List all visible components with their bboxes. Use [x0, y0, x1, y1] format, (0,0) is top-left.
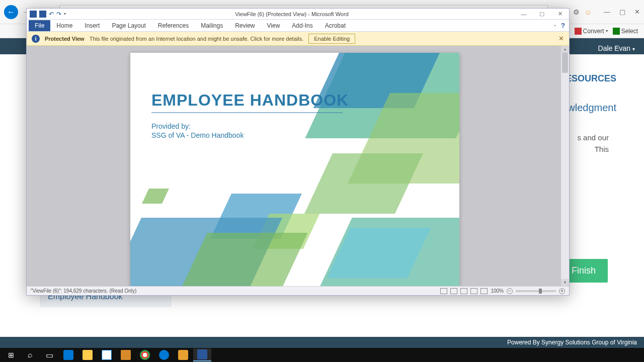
info-icon: i	[32, 35, 40, 43]
word-close[interactable]: ✕	[551, 9, 569, 20]
app-footer: Powered By Synergy Solutions Group of Vi…	[0, 337, 644, 348]
scroll-thumb[interactable]	[562, 53, 568, 73]
window-title: ViewFile (6) (Protected View) - Microsof…	[69, 11, 515, 17]
zoom-level[interactable]: 100%	[491, 288, 504, 294]
zoom-in[interactable]: +	[559, 288, 565, 294]
tab-insert[interactable]: Insert	[78, 20, 106, 31]
tab-view[interactable]: View	[261, 20, 286, 31]
save-icon[interactable]	[39, 11, 46, 18]
start-button[interactable]: ⊞	[2, 348, 20, 361]
view-print-icon[interactable]	[440, 288, 447, 294]
title-underline	[151, 112, 343, 113]
status-text: "ViewFile (6)": 194,629 characters. (Rea…	[31, 288, 440, 294]
convert-icon	[575, 28, 582, 35]
view-web-icon[interactable]	[460, 288, 467, 294]
select-button[interactable]: Select	[613, 28, 638, 35]
tab-home[interactable]: Home	[50, 20, 78, 31]
maximize-button[interactable]: ▢	[619, 8, 625, 16]
select-icon	[613, 28, 620, 35]
status-right: 100% − +	[440, 288, 565, 294]
ribbon-collapse-icon[interactable]: ⌄	[553, 22, 557, 29]
document-page: EMPLOYEE HANDBOOK Provided by: SSG of VA…	[130, 53, 459, 286]
doc-author: SSG of VA - Demo Handbook	[151, 131, 244, 139]
view-draft-icon[interactable]	[480, 288, 488, 294]
ribbon-tabs: File Home Insert Page Layout References …	[27, 20, 569, 32]
search-button[interactable]: ⌕	[21, 348, 39, 361]
qat-dropdown[interactable]: ▾	[64, 12, 66, 16]
scroll-down[interactable]: ▾	[561, 279, 569, 286]
zoom-out[interactable]: −	[507, 288, 513, 294]
word-taskbar-icon[interactable]	[193, 348, 211, 361]
vertical-scrollbar[interactable]: ▴ ▾	[561, 46, 569, 286]
protected-close[interactable]: ✕	[558, 35, 564, 42]
word-icon	[30, 11, 37, 18]
undo-button[interactable]: ↶	[49, 11, 54, 18]
tab-acrobat[interactable]: Acrobat	[319, 20, 352, 31]
doc-provided-label: Provided by:	[151, 122, 191, 130]
convert-button[interactable]: Convert▾	[575, 28, 608, 35]
task-view-button[interactable]: ▭	[40, 348, 58, 361]
body-text: s and our This	[577, 132, 609, 155]
word-status-bar: "ViewFile (6)": 194,629 characters. (Rea…	[27, 286, 569, 295]
gear-icon[interactable]: ⚙	[573, 8, 580, 16]
section-subheading: wledgment	[568, 102, 616, 114]
tab-review[interactable]: Review	[229, 20, 261, 31]
protected-label: Protected View	[45, 36, 85, 42]
doc-title: EMPLOYEE HANDBOOK	[151, 91, 349, 110]
word-window: ↶ ↷ ▾ ViewFile (6) (Protected View) - Mi…	[26, 8, 570, 296]
store-icon[interactable]	[98, 348, 116, 361]
word-minimize[interactable]: —	[515, 9, 533, 20]
decorative-shape	[304, 153, 423, 214]
tab-mailings[interactable]: Mailings	[195, 20, 229, 31]
ribbon-right-icons: ⌄ ?	[553, 22, 565, 29]
scroll-up[interactable]: ▴	[561, 46, 569, 53]
view-fullscreen-icon[interactable]	[450, 288, 457, 294]
minimize-button[interactable]: —	[604, 8, 610, 16]
decorative-shape	[142, 189, 169, 204]
word-maximize[interactable]: ▢	[533, 9, 551, 20]
tab-file[interactable]: File	[29, 20, 50, 31]
tab-addins[interactable]: Add-Ins	[286, 20, 318, 31]
window-controls: — ▢ ✕	[604, 8, 640, 16]
footer-text: Powered By Synergy Solutions Group of Vi…	[507, 339, 637, 346]
windows-taskbar: ⊞ ⌕ ▭	[0, 348, 644, 362]
quick-access-toolbar: ↶ ↷ ▾	[27, 11, 69, 18]
smiley-icon[interactable]: ☺	[585, 8, 592, 16]
close-button[interactable]: ✕	[634, 8, 640, 16]
redo-button[interactable]: ↷	[56, 11, 61, 18]
tab-page-layout[interactable]: Page Layout	[106, 20, 151, 31]
help-icon[interactable]: ?	[561, 22, 565, 29]
edge-icon[interactable]	[59, 348, 77, 361]
app-icon[interactable]	[174, 348, 192, 361]
outlook-icon[interactable]	[117, 348, 135, 361]
word-titlebar: ↶ ↷ ▾ ViewFile (6) (Protected View) - Mi…	[27, 9, 569, 20]
back-button[interactable]: ←	[4, 5, 18, 19]
enable-editing-button[interactable]: Enable Editing	[308, 34, 355, 44]
file-explorer-icon[interactable]	[78, 348, 97, 361]
ie-icon[interactable]	[155, 348, 173, 361]
protected-view-bar: i Protected View This file originated fr…	[27, 32, 569, 46]
word-window-controls: — ▢ ✕	[515, 9, 569, 20]
zoom-slider[interactable]	[516, 290, 556, 292]
tab-references[interactable]: References	[152, 20, 195, 31]
document-area: EMPLOYEE HANDBOOK Provided by: SSG of VA…	[27, 46, 569, 286]
view-outline-icon[interactable]	[470, 288, 477, 294]
protected-message: This file originated from an Internet lo…	[90, 36, 304, 42]
user-menu[interactable]: Dale Evan ▾	[598, 44, 635, 52]
chrome-icon[interactable]	[136, 348, 154, 361]
